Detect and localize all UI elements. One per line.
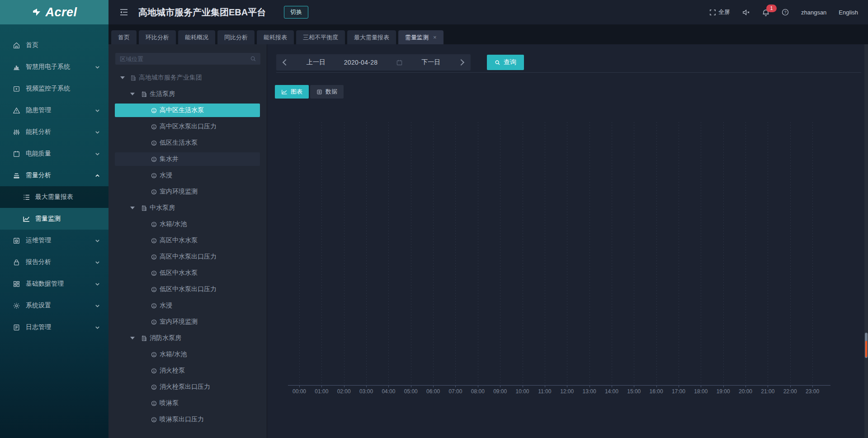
- language-switch[interactable]: English: [839, 9, 858, 16]
- sidebar-item-6[interactable]: 需量分析: [0, 165, 108, 186]
- tree-node-4[interactable]: 低区生活水泵: [115, 136, 260, 150]
- sidebar-item-4[interactable]: 能耗分析: [0, 121, 108, 143]
- tree-search-input[interactable]: [115, 56, 250, 62]
- search-icon[interactable]: [250, 56, 256, 62]
- tab-2[interactable]: 能耗概况: [178, 30, 215, 44]
- tree-node-21[interactable]: 喷淋泵出口压力: [115, 413, 260, 426]
- sidebar-item-13[interactable]: 日志管理: [0, 316, 108, 338]
- demand-lines-icon: [13, 172, 20, 179]
- tree-node-13[interactable]: 低区中水泵出口压力: [115, 283, 260, 296]
- tree-node-0[interactable]: 高地城市服务产业集团: [115, 71, 260, 85]
- tree-expand-caret-icon[interactable]: [130, 337, 135, 339]
- tree-node-3[interactable]: 高中区水泵出口压力: [115, 120, 260, 133]
- calendar-icon[interactable]: [396, 59, 403, 66]
- date-value[interactable]: 2020-04-28: [344, 59, 378, 66]
- prev-day-chevron-icon[interactable]: [283, 59, 289, 66]
- tree-node-15[interactable]: 室内环境监测: [115, 315, 260, 329]
- tab-4[interactable]: 能耗报表: [257, 30, 294, 44]
- username[interactable]: zhangsan: [801, 9, 826, 16]
- sidebar: 首页智慧用电子系统视频监控子系统隐患管理能耗分析电能质量需量分析最大需量报表需量…: [0, 24, 108, 438]
- tree-node-8[interactable]: 中水泵房: [115, 201, 260, 215]
- sidebar-item-9[interactable]: 运维管理: [0, 230, 108, 251]
- tree-node-7[interactable]: 室内环境监测: [115, 185, 260, 198]
- warning-icon: [13, 107, 20, 114]
- sidebar-item-8[interactable]: 需量监测: [0, 208, 108, 230]
- tree-node-17[interactable]: 水箱/水池: [115, 348, 260, 361]
- x-axis-label: 00:00: [292, 388, 306, 395]
- next-day-chevron-icon[interactable]: [458, 59, 464, 66]
- sidebar-item-label: 电能质量: [26, 150, 51, 158]
- switch-button[interactable]: 切换: [284, 6, 308, 19]
- tree-node-14[interactable]: 水浸: [115, 299, 260, 312]
- tab-5[interactable]: 三相不平衡度: [296, 30, 345, 44]
- tree-expand-caret-icon[interactable]: [120, 76, 125, 79]
- mute-button[interactable]: [742, 9, 750, 16]
- x-axis-label: 08:00: [471, 388, 485, 395]
- x-axis-label: 20:00: [739, 388, 752, 395]
- tab-label: 最大需量报表: [354, 33, 389, 42]
- x-axis-label: 14:00: [605, 388, 618, 395]
- tree-node-12[interactable]: 低区中水水泵: [115, 266, 260, 280]
- tree-node-label: 水浸: [160, 301, 172, 310]
- tree-node-16[interactable]: 消防水泵房: [115, 331, 260, 345]
- fullscreen-button[interactable]: 全屏: [709, 8, 730, 16]
- notifications-button[interactable]: 1: [762, 9, 769, 16]
- chart-gridline: [500, 122, 500, 385]
- tree-node-10[interactable]: 高区中水水泵: [115, 234, 260, 247]
- tree-panel: 高地城市服务产业集团生活泵房高中区生活水泵高中区水泵出口压力低区生活水泵集水井水…: [108, 44, 267, 438]
- chevron-down-icon: [94, 108, 100, 113]
- tree-node-18[interactable]: 消火栓泵: [115, 364, 260, 377]
- tab-3[interactable]: 同比分析: [217, 30, 255, 44]
- query-button[interactable]: 查询: [487, 55, 524, 70]
- chart-view-button[interactable]: 图表: [275, 85, 309, 99]
- gauge-icon: [151, 140, 157, 146]
- tab-0[interactable]: 首页: [111, 30, 137, 44]
- tree-node-5[interactable]: 集水井: [115, 152, 260, 166]
- chart-gridline: [679, 122, 679, 385]
- sidebar-item-0[interactable]: 首页: [0, 34, 108, 56]
- tree-node-label: 低区中水水泵: [160, 269, 198, 277]
- tree-node-19[interactable]: 消火栓泵出口压力: [115, 380, 260, 394]
- x-axis-tick: [745, 386, 746, 387]
- data-view-button[interactable]: 数据: [310, 85, 344, 99]
- tree-expand-caret-icon[interactable]: [130, 207, 135, 209]
- header-right: 全屏 1 ? zhangsan: [709, 8, 858, 16]
- x-axis-label: 06:00: [426, 388, 440, 395]
- sidebar-item-5[interactable]: 电能质量: [0, 143, 108, 165]
- vertical-scrollbar-track[interactable]: [864, 44, 868, 438]
- sidebar-item-label: 需量分析: [26, 171, 51, 179]
- tree-node-label: 水浸: [160, 171, 172, 179]
- sidebar-item-3[interactable]: 隐患管理: [0, 99, 108, 121]
- prev-day-button[interactable]: 上一日: [307, 58, 326, 66]
- x-axis-tick: [545, 386, 545, 387]
- tree-node-2[interactable]: 高中区生活水泵: [115, 104, 260, 117]
- chart-gridline: [344, 122, 344, 385]
- menu-collapse-icon[interactable]: [119, 8, 128, 16]
- line-chart-icon: [281, 89, 288, 95]
- tree-expand-caret-icon[interactable]: [130, 93, 135, 95]
- next-day-button[interactable]: 下一日: [421, 58, 440, 66]
- tab-1[interactable]: 环比分析: [139, 30, 176, 44]
- tree-node-9[interactable]: 水箱/水池: [115, 217, 260, 231]
- tree-node-6[interactable]: 水浸: [115, 169, 260, 182]
- x-axis-label: 19:00: [717, 388, 730, 395]
- sidebar-item-10[interactable]: 报告分析: [0, 251, 108, 273]
- chevron-down-icon: [94, 64, 100, 70]
- grid-blocks-icon: [13, 280, 20, 288]
- tree-node-1[interactable]: 生活泵房: [115, 87, 260, 101]
- help-button[interactable]: ?: [782, 9, 789, 16]
- tree-node-20[interactable]: 喷淋泵: [115, 396, 260, 410]
- sidebar-item-2[interactable]: 视频监控子系统: [0, 78, 108, 99]
- tab-7[interactable]: 需量监测×: [398, 30, 443, 44]
- tab-close-icon[interactable]: ×: [433, 34, 437, 41]
- tab-6[interactable]: 最大需量报表: [347, 30, 396, 44]
- tab-label: 环比分析: [146, 33, 169, 42]
- sidebar-item-1[interactable]: 智慧用电子系统: [0, 56, 108, 78]
- sidebar-item-12[interactable]: 系统设置: [0, 295, 108, 316]
- chevron-down-icon: [94, 238, 100, 244]
- sidebar-item-7[interactable]: 最大需量报表: [0, 186, 108, 208]
- x-axis-label: 13:00: [583, 388, 596, 395]
- sidebar-item-11[interactable]: 基础数据管理: [0, 273, 108, 295]
- chart-gridline: [478, 122, 478, 385]
- tree-node-11[interactable]: 高区中水泵出口压力: [115, 250, 260, 264]
